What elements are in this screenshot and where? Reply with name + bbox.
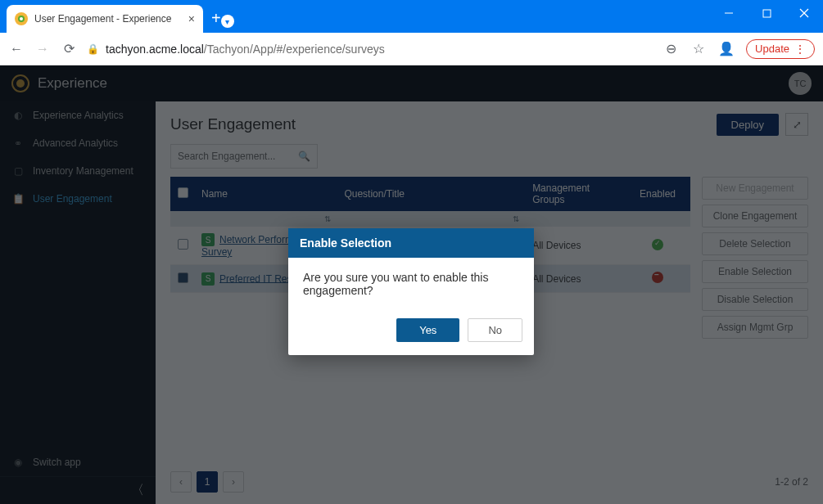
dialog-title: Enable Selection <box>288 228 534 258</box>
browser-toolbar: ← → ⟳ 🔒 tachyon.acme.local/Tachyon/App/#… <box>0 33 823 65</box>
kebab-menu-icon[interactable]: ⋮ <box>794 43 806 56</box>
browser-tab-strip: User Engagement - Experience × + ▾ <box>0 0 823 33</box>
url-path: /Tachyon/App/#/experience/surveys <box>204 43 385 56</box>
window-close-button[interactable] <box>785 0 823 26</box>
new-tab-button[interactable]: + <box>211 9 221 28</box>
forward-button[interactable]: → <box>34 42 51 56</box>
address-bar[interactable]: 🔒 tachyon.acme.local/Tachyon/App/#/exper… <box>87 43 653 56</box>
zoom-icon[interactable]: ⊖ <box>662 41 679 56</box>
dialog-yes-button[interactable]: Yes <box>396 318 459 342</box>
profile-icon[interactable]: 👤 <box>718 41 735 56</box>
dialog-no-button[interactable]: No <box>468 318 522 342</box>
browser-tab[interactable]: User Engagement - Experience × <box>7 5 203 33</box>
tab-title: User Engagement - Experience <box>34 13 182 25</box>
enable-selection-dialog: Enable Selection Are you sure you want t… <box>288 228 534 355</box>
app-root: Experience TC ◐Experience Analytics ⚭Adv… <box>0 65 823 504</box>
lock-icon: 🔒 <box>87 43 99 55</box>
reload-button[interactable]: ⟳ <box>61 41 77 56</box>
bookmark-icon[interactable]: ☆ <box>690 41 707 56</box>
window-minimize-button[interactable] <box>710 0 748 26</box>
dialog-body: Are you sure you want to enable this eng… <box>288 258 534 310</box>
svg-rect-1 <box>763 10 771 17</box>
back-button[interactable]: ← <box>8 42 25 56</box>
url-host: tachyon.acme.local <box>106 43 204 56</box>
update-label: Update <box>755 43 789 55</box>
window-maximize-button[interactable] <box>748 0 785 26</box>
tab-search-icon[interactable]: ▾ <box>221 15 234 28</box>
favicon-icon <box>15 12 28 25</box>
close-tab-icon[interactable]: × <box>188 12 195 25</box>
update-button[interactable]: Update⋮ <box>746 39 815 59</box>
